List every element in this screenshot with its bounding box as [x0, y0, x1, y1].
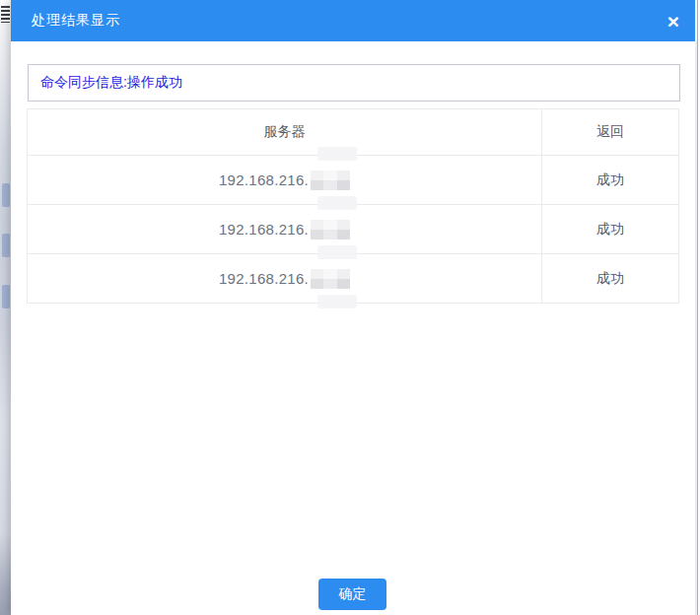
- server-ip-prefix: 192.168.216.: [219, 270, 309, 287]
- server-cell: 192.168.216.: [28, 254, 542, 304]
- background-row-fragment: [2, 234, 10, 257]
- sync-message-text: 命令同步信息:操作成功: [40, 74, 182, 92]
- result-cell: 成功: [542, 254, 679, 304]
- blur-artifact: [317, 147, 357, 161]
- server-ip-prefix: 192.168.216.: [219, 171, 309, 188]
- screen: 处理结果显示 × 命令同步信息:操作成功 服务器 返回 192.168.216.…: [0, 0, 700, 615]
- masked-ip-segment: [311, 269, 350, 289]
- background-row-fragment: [2, 285, 10, 308]
- result-cell: 成功: [542, 205, 679, 254]
- ok-button[interactable]: 确定: [318, 579, 386, 610]
- masked-ip-segment: [311, 171, 350, 190]
- blur-artifact: [317, 245, 357, 259]
- server-cell: 192.168.216.: [28, 205, 542, 254]
- blur-artifact: [317, 196, 357, 210]
- page-right-border: [697, 0, 698, 615]
- dialog-title: 处理结果显示: [32, 12, 120, 30]
- dialog-titlebar: 处理结果显示 ×: [11, 0, 695, 41]
- server-cell: 192.168.216.: [28, 156, 542, 205]
- result-cell: 成功: [542, 156, 679, 205]
- blur-artifact: [317, 295, 357, 308]
- server-ip-prefix: 192.168.216.: [219, 221, 309, 238]
- column-header-server: 服务器: [28, 109, 542, 156]
- sync-message-box: 命令同步信息:操作成功: [28, 64, 680, 102]
- close-icon[interactable]: ×: [665, 11, 681, 32]
- background-row-fragment: [2, 183, 10, 207]
- result-dialog: 处理结果显示 × 命令同步信息:操作成功 服务器 返回 192.168.216.…: [11, 0, 695, 615]
- background-page-sliver: [0, 0, 11, 615]
- background-text-fragment: [1, 6, 10, 23]
- masked-ip-segment: [311, 220, 350, 239]
- column-header-result: 返回: [542, 109, 679, 156]
